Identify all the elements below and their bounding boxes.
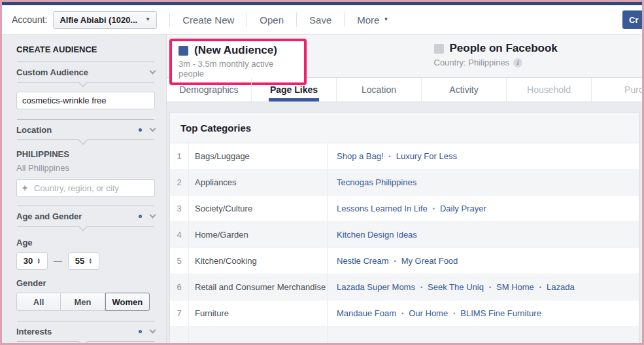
- save-button[interactable]: Save: [309, 14, 331, 26]
- divider: [17, 139, 154, 140]
- link-separator: •: [401, 310, 403, 317]
- page-link[interactable]: SM Home: [496, 282, 534, 292]
- tab-demographics[interactable]: Demographics: [167, 78, 252, 101]
- new-audience-swatch-icon: [178, 46, 188, 56]
- gender-all-button[interactable]: All: [16, 293, 61, 311]
- custom-audience-input[interactable]: [16, 92, 155, 109]
- top-categories-card: Top Categories 1 Bags/Luggage Shop a Bag…: [169, 112, 639, 343]
- audience-summary-band: (New Audience) 3m - 3.5m monthly active …: [167, 35, 642, 78]
- gender-segmented-control: All Men Women: [16, 293, 150, 311]
- main-area: (New Audience) 3m - 3.5m monthly active …: [167, 35, 642, 343]
- create-new-button[interactable]: Create New: [182, 14, 234, 26]
- age-min-select[interactable]: 30 ▲▼: [16, 252, 48, 270]
- page-link[interactable]: Seek The Uniq: [428, 282, 484, 292]
- row-pages: Nestle Cream•My Great Food: [328, 248, 639, 274]
- table-row: 1 Bags/Luggage Shop a Bag!•Luxury For Le…: [170, 143, 639, 170]
- section-custom-audience[interactable]: Custom Audience: [16, 62, 155, 82]
- more-button[interactable]: More ▼: [357, 14, 388, 26]
- active-filter-dot-icon: [139, 330, 142, 333]
- age-label: Age: [16, 238, 155, 247]
- page-link[interactable]: Tecnogas Philippines: [337, 177, 416, 187]
- age-gender-panel: Age 30 ▲▼ — 55 ▲▼: [2, 227, 166, 321]
- page-link[interactable]: Nestle Cream: [337, 256, 388, 266]
- age-max-select[interactable]: 55 ▲▼: [68, 252, 99, 270]
- section-label: Custom Audience: [16, 67, 150, 77]
- custom-audience-panel: [2, 82, 166, 119]
- divider: [17, 341, 154, 342]
- content-area: Top Categories 1 Bags/Luggage Shop a Bag…: [167, 102, 642, 343]
- row-category: Furniture: [189, 300, 328, 326]
- page-link[interactable]: Lazada: [547, 282, 575, 292]
- gender-men-button[interactable]: Men: [61, 293, 105, 311]
- account-dropdown[interactable]: Alfie Abiabi (1020... ▼: [53, 11, 157, 29]
- page-link[interactable]: BLIMS Fine Furniture: [460, 308, 541, 318]
- row-rank: 6: [170, 274, 189, 300]
- page-link[interactable]: My Great Food: [401, 256, 458, 266]
- active-filter-dot-icon: [139, 128, 142, 132]
- row-pages: Mandaue Foam•Our Home•BLIMS Fine Furnitu…: [328, 300, 639, 326]
- row-pages: Tecnogas Philippines: [328, 170, 639, 195]
- table-row: 7 Furniture Mandaue Foam•Our Home•BLIMS …: [170, 300, 639, 327]
- gender-women-button[interactable]: Women: [105, 293, 150, 311]
- location-panel: PHILIPPINES All Philippines +: [2, 140, 166, 206]
- page-link[interactable]: Luxury For Less: [396, 151, 457, 161]
- location-country-header: PHILIPPINES: [16, 149, 155, 159]
- section-age-gender[interactable]: Age and Gender: [16, 206, 155, 226]
- card-title: Top Categories: [170, 113, 639, 143]
- toolbar: Account: Alfie Abiabi (1020... ▼ Create …: [2, 5, 642, 35]
- row-pages: Lazada Super Moms•Seek The Uniq•SM Home•…: [328, 274, 639, 300]
- row-rank: 5: [170, 248, 189, 274]
- sidebar: CREATE AUDIENCE Custom Audience Location…: [2, 35, 167, 343]
- page-link[interactable]: Lessons Learned In Life: [337, 204, 428, 213]
- age-min-value: 30: [24, 256, 33, 266]
- info-icon[interactable]: i: [513, 58, 522, 67]
- section-interests[interactable]: Interests: [16, 321, 155, 341]
- facebook-audience-swatch-icon: [434, 44, 444, 54]
- chevron-down-icon: [150, 67, 156, 74]
- link-separator: •: [433, 206, 435, 212]
- row-rank: [170, 327, 189, 343]
- row-pages: [328, 327, 639, 343]
- page-link[interactable]: Mandaue Foam: [337, 308, 396, 318]
- section-label: Age and Gender: [16, 211, 139, 221]
- table-row: 5 Kitchen/Cooking Nestle Cream•My Great …: [170, 248, 639, 274]
- account-label: Account:: [12, 14, 47, 25]
- section-location[interactable]: Location: [16, 120, 155, 139]
- page-link[interactable]: Lazada Super Moms: [337, 282, 415, 292]
- location-search-input[interactable]: [16, 179, 155, 197]
- open-button[interactable]: Open: [260, 14, 284, 26]
- link-separator: •: [489, 284, 491, 291]
- row-pages: Kitchen Design Ideas: [328, 222, 639, 247]
- tab-page-likes[interactable]: Page Likes: [252, 78, 337, 101]
- table-row: 6 Retail and Consumer Merchandise Lazada…: [170, 274, 639, 300]
- stepper-arrows-icon: ▲▼: [37, 258, 41, 264]
- create-ad-button[interactable]: Cr: [622, 10, 644, 29]
- row-category: Home/Garden: [189, 222, 328, 247]
- divider: [17, 206, 154, 206]
- plus-icon: +: [22, 183, 27, 193]
- age-max-value: 55: [75, 256, 84, 266]
- page-link[interactable]: Our Home: [409, 308, 448, 318]
- age-range-separator: —: [54, 256, 62, 266]
- link-separator: •: [453, 310, 455, 317]
- chevron-down-icon: [150, 211, 156, 218]
- link-separator: •: [420, 284, 422, 291]
- row-category: Society/Culture: [189, 196, 328, 221]
- page-link[interactable]: Daily Prayer: [440, 204, 486, 213]
- tab-purchase: Purc: [592, 78, 642, 101]
- tab-household: Household: [507, 78, 592, 101]
- tab-location[interactable]: Location: [337, 78, 422, 101]
- tab-activity[interactable]: Activity: [422, 78, 507, 101]
- divider: [17, 321, 154, 321]
- account-dropdown-value: Alfie Abiabi (1020...: [59, 15, 137, 25]
- section-label: Location: [16, 125, 139, 135]
- toolbar-divider: [344, 12, 345, 27]
- row-category: Kitchen/Cooking: [189, 248, 328, 274]
- row-category: Appliances: [189, 170, 328, 195]
- more-button-label: More: [357, 14, 379, 26]
- row-category: Retail and Consumer Merchandise: [189, 274, 328, 300]
- row-pages: Lessons Learned In Life•Daily Prayer: [328, 196, 639, 221]
- chevron-down-icon: [150, 327, 156, 333]
- page-link[interactable]: Shop a Bag!: [337, 151, 384, 161]
- page-link[interactable]: Kitchen Design Ideas: [337, 230, 417, 240]
